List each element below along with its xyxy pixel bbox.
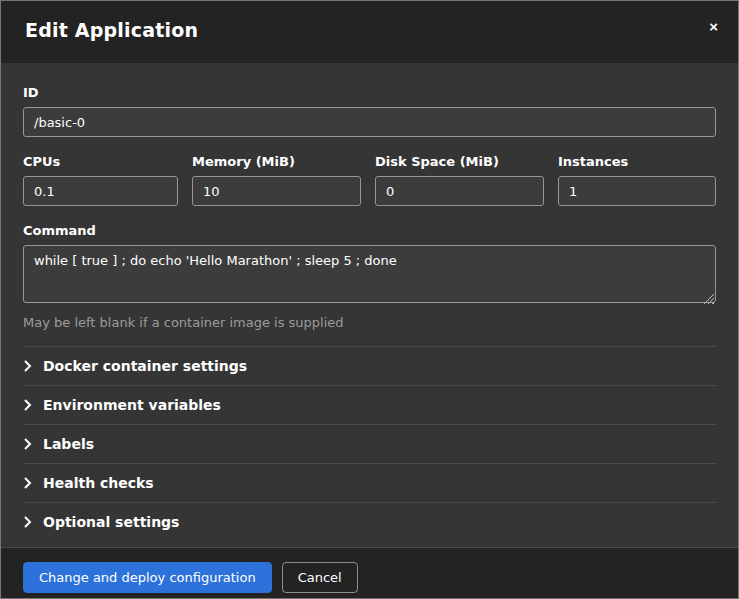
cpus-label: CPUs <box>23 154 178 169</box>
chevron-right-icon <box>23 360 32 372</box>
instances-input[interactable] <box>558 176 716 206</box>
chevron-right-icon <box>23 477 32 489</box>
section-environment-variables[interactable]: Environment variables <box>23 385 716 424</box>
chevron-right-icon <box>23 516 32 528</box>
disk-input[interactable] <box>375 176 544 206</box>
modal-header: Edit Application × <box>1 1 738 63</box>
id-field-group: ID <box>23 85 716 137</box>
command-field-group: Command while [ true ] ; do echo 'Hello … <box>23 223 716 330</box>
modal-title: Edit Application <box>25 19 714 41</box>
modal-footer: Change and deploy configuration Cancel <box>1 547 738 599</box>
id-input[interactable] <box>23 107 716 137</box>
section-label: Labels <box>43 436 94 452</box>
change-and-deploy-button[interactable]: Change and deploy configuration <box>23 562 272 593</box>
id-label: ID <box>23 85 716 100</box>
disk-label: Disk Space (MiB) <box>375 154 544 169</box>
close-icon[interactable]: × <box>705 17 722 36</box>
memory-field-group: Memory (MiB) <box>192 154 361 206</box>
section-docker-container-settings[interactable]: Docker container settings <box>23 346 716 385</box>
section-label: Optional settings <box>43 514 179 530</box>
section-label: Health checks <box>43 475 154 491</box>
instances-field-group: Instances <box>558 154 716 206</box>
disk-field-group: Disk Space (MiB) <box>375 154 544 206</box>
section-health-checks[interactable]: Health checks <box>23 463 716 502</box>
command-help-text: May be left blank if a container image i… <box>23 315 716 330</box>
memory-input[interactable] <box>192 176 361 206</box>
command-textarea-wrap: while [ true ] ; do echo 'Hello Marathon… <box>23 245 716 307</box>
command-label: Command <box>23 223 716 238</box>
resources-row: CPUs Memory (MiB) Disk Space (MiB) Insta… <box>23 154 716 206</box>
cpus-field-group: CPUs <box>23 154 178 206</box>
section-label: Environment variables <box>43 397 221 413</box>
collapsible-sections: Docker container settings Environment va… <box>23 346 716 541</box>
memory-label: Memory (MiB) <box>192 154 361 169</box>
cancel-button[interactable]: Cancel <box>282 562 358 593</box>
section-optional-settings[interactable]: Optional settings <box>23 502 716 541</box>
edit-application-modal: Edit Application × ID CPUs Memory (MiB) … <box>0 0 739 599</box>
chevron-right-icon <box>23 438 32 450</box>
command-textarea[interactable]: while [ true ] ; do echo 'Hello Marathon… <box>23 245 716 303</box>
instances-label: Instances <box>558 154 716 169</box>
cpus-input[interactable] <box>23 176 178 206</box>
modal-body: ID CPUs Memory (MiB) Disk Space (MiB) In… <box>1 63 738 541</box>
section-label: Docker container settings <box>43 358 247 374</box>
chevron-right-icon <box>23 399 32 411</box>
section-labels[interactable]: Labels <box>23 424 716 463</box>
